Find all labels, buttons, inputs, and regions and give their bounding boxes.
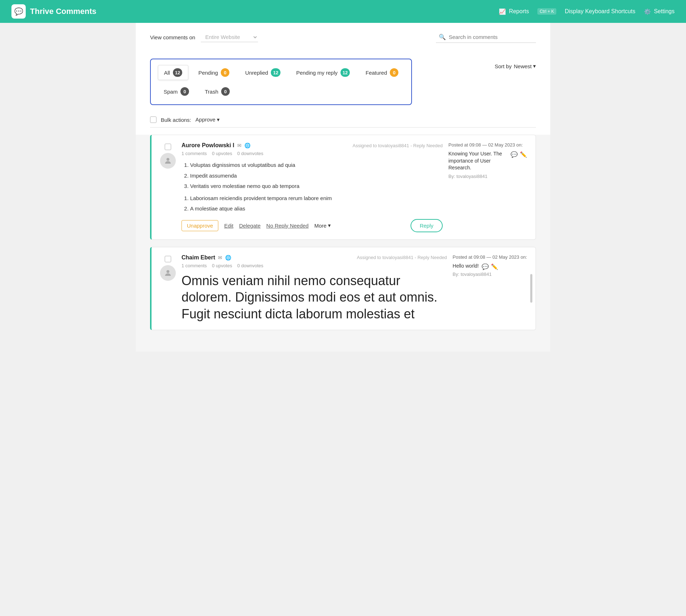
filter-tab-featured[interactable]: Featured 0 <box>360 65 404 80</box>
search-icon: 🔍 <box>439 34 446 40</box>
sort-value: Newest <box>514 63 532 69</box>
display-shortcuts-label: Display Keyboard Shortcuts <box>565 8 635 15</box>
upvotes: 0 upvotes <box>212 151 232 156</box>
comment-checkbox-area <box>160 254 176 323</box>
comment-card: Chaim Ebert ✉ 🌐 Assigned to tovaloyasi88… <box>150 247 536 330</box>
edit-post-icon[interactable]: ✏️ <box>520 151 527 158</box>
comment-checkbox[interactable] <box>165 144 171 150</box>
no-reply-needed-button[interactable]: No Reply Needed <box>266 223 308 229</box>
comment-content-large: Omnis veniam nihil nemo consequatur dolo… <box>182 273 447 323</box>
keyboard-shortcut-box[interactable]: Ctrl + K <box>537 8 556 15</box>
assignment-label: Assigned to tovaloyasi8841 - Reply Neede… <box>353 143 443 148</box>
assignment-label: Assigned to tovaloyasi8841 - Reply Neede… <box>357 255 447 260</box>
sort-container: Sort by Newest ▾ <box>494 63 536 69</box>
comment-stats: 1 comments 0 upvotes 0 downvotes <box>182 263 447 268</box>
filter-tab-trash-label: Trash <box>205 89 218 95</box>
list-item: A molestiae atque alias <box>190 204 443 213</box>
comment-body: Aurore Powlowski I ✉ 🌐 Assigned to toval… <box>182 142 443 232</box>
comment-checkbox[interactable] <box>165 256 171 262</box>
filter-tab-unreplied[interactable]: Unreplied 12 <box>239 65 286 80</box>
select-all-checkbox[interactable] <box>150 116 156 123</box>
gear-icon: ⚙️ <box>644 8 651 15</box>
filter-sort-area: All 12 Pending 0 Unreplied 12 <box>136 51 550 112</box>
filter-badge-featured: 0 <box>390 68 398 77</box>
email-icon: ✉ <box>237 143 242 148</box>
reports-icon: 📈 <box>499 8 506 15</box>
edit-button[interactable]: Edit <box>224 223 233 229</box>
more-button[interactable]: More ▾ <box>314 222 331 229</box>
filter-badge-pending: 0 <box>221 68 229 77</box>
header: 💬 Thrive Comments 📈 Reports Ctrl + K Dis… <box>0 0 686 23</box>
upvotes: 0 upvotes <box>212 263 232 268</box>
filter-tab-spam-label: Spam <box>164 89 178 95</box>
more-label: More <box>314 223 327 229</box>
post-time: Posted at 09:08 — 02 May 2023 on: <box>453 254 527 260</box>
search-container: 🔍 <box>436 31 536 43</box>
unapprove-button[interactable]: Unapprove <box>182 220 218 231</box>
filter-tab-pending-label: Pending <box>198 70 218 76</box>
reports-nav-item[interactable]: 📈 Reports <box>499 8 529 15</box>
filter-tab-pending[interactable]: Pending 0 <box>193 65 235 80</box>
comment-card: Aurore Powlowski I ✉ 🌐 Assigned to toval… <box>150 135 536 240</box>
filter-tab-all-label: All <box>164 70 170 76</box>
email-icon: ✉ <box>218 255 222 260</box>
comment-info-panel: Posted at 09:08 — 02 May 2023 on: Knowin… <box>448 142 527 232</box>
filter-tab-spam[interactable]: Spam 0 <box>158 84 195 99</box>
post-time: Posted at 09:08 — 02 May 2023 on: <box>448 142 527 148</box>
comment-info-panel: Posted at 09:08 — 02 May 2023 on: Hello … <box>453 254 527 323</box>
keyboard-shortcut-text: Ctrl + K <box>540 9 554 14</box>
comment-header: Aurore Powlowski I ✉ 🌐 Assigned to toval… <box>182 142 443 149</box>
downvotes: 0 downvotes <box>237 263 263 268</box>
comment-content: Voluptas dignissimos ut voluptatibus ad … <box>182 160 443 213</box>
comments-count: 1 comments <box>182 263 207 268</box>
filter-tab-trash[interactable]: Trash 0 <box>199 84 235 99</box>
filter-badge-all: 12 <box>173 68 182 77</box>
view-comments-select[interactable]: Entire Website <box>201 32 258 42</box>
comment-bubble-icon[interactable]: 💬 <box>511 151 518 158</box>
bulk-actions-select[interactable]: Approve ▾ <box>195 116 220 123</box>
logo: 💬 Thrive Comments <box>11 4 96 19</box>
post-title: Knowing Your User. The importance of Use… <box>448 150 508 172</box>
display-shortcuts-nav-item[interactable]: Display Keyboard Shortcuts <box>565 8 635 15</box>
search-input[interactable] <box>449 34 533 40</box>
filter-tab-pending-my-reply-label: Pending my reply <box>296 70 338 76</box>
post-action-icons: 💬 ✏️ <box>511 151 527 158</box>
post-author: By: tovaloyasi8841 <box>448 174 527 179</box>
svg-point-1 <box>166 270 169 273</box>
edit-post-icon[interactable]: ✏️ <box>491 263 498 270</box>
filter-tab-unreplied-label: Unreplied <box>245 70 268 76</box>
scrollbar-thumb[interactable] <box>530 274 532 303</box>
comment-bubble-icon[interactable]: 💬 <box>482 263 489 270</box>
delegate-button[interactable]: Delegate <box>239 223 260 229</box>
scrollbar-track <box>530 247 533 330</box>
more-chevron-icon: ▾ <box>328 222 331 229</box>
list-item: Voluptas dignissimos ut voluptatibus ad … <box>190 160 443 170</box>
logo-icon: 💬 <box>11 4 26 19</box>
settings-nav-item[interactable]: ⚙️ Settings <box>644 8 675 15</box>
comment-author: Aurore Powlowski I <box>182 142 234 149</box>
view-comments-label: View comments on <box>150 34 195 40</box>
filter-tab-all[interactable]: All 12 <box>158 65 188 80</box>
sort-select[interactable]: Newest ▾ <box>514 63 536 69</box>
filter-row-1: All 12 Pending 0 Unreplied 12 <box>158 65 404 80</box>
post-title-row: Hello world! 💬 ✏️ <box>453 263 527 272</box>
globe-icon: 🌐 <box>225 255 231 260</box>
post-author: By: tovaloyasi8841 <box>453 272 527 277</box>
filter-badge-unreplied: 12 <box>271 68 280 77</box>
comment-author: Chaim Ebert <box>182 254 215 261</box>
list-item: Impedit assumenda <box>190 171 443 180</box>
reports-label: Reports <box>509 8 529 15</box>
filter-badge-trash: 0 <box>221 87 230 96</box>
bulk-actions-label: Bulk actions: <box>161 117 191 123</box>
reply-button[interactable]: Reply <box>411 219 443 232</box>
bulk-actions-row: Bulk actions: Approve ▾ <box>150 112 536 128</box>
header-nav: 📈 Reports Ctrl + K Display Keyboard Shor… <box>499 8 675 15</box>
comment-stats: 1 comments 0 upvotes 0 downvotes <box>182 151 443 156</box>
post-action-icons: 💬 ✏️ <box>482 263 498 270</box>
filter-row-2: Spam 0 Trash 0 <box>158 84 404 99</box>
filter-tab-featured-label: Featured <box>366 70 387 76</box>
downvotes: 0 downvotes <box>237 151 263 156</box>
sort-label: Sort by <box>494 63 512 69</box>
filter-tab-pending-my-reply[interactable]: Pending my reply 12 <box>290 65 356 80</box>
svg-point-0 <box>166 158 169 161</box>
